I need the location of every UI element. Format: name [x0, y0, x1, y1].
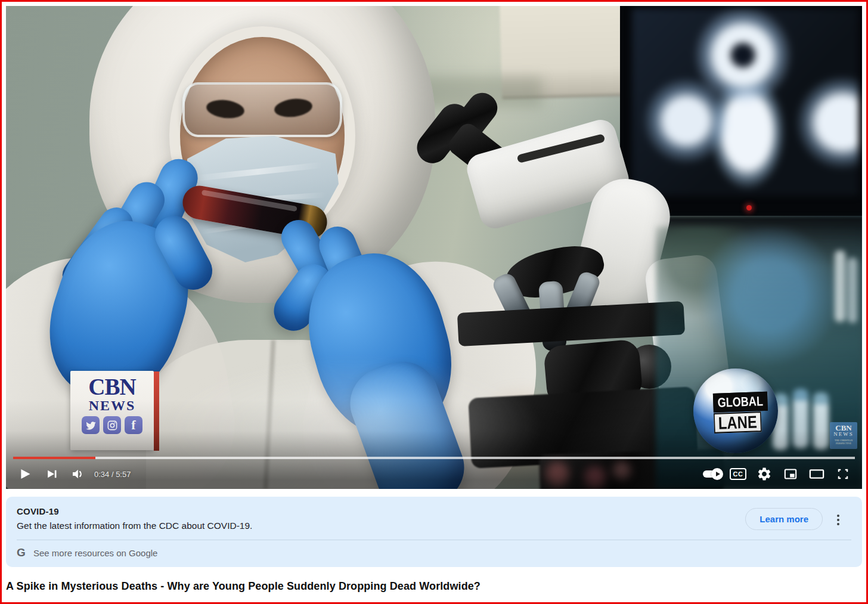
left-eye — [205, 98, 245, 120]
panel-description: Get the latest information from the CDC … — [17, 521, 851, 531]
captions-button[interactable]: CC — [725, 461, 751, 487]
theater-mode-button[interactable] — [804, 461, 830, 487]
autoplay-pill — [703, 470, 721, 478]
volume-icon — [69, 465, 86, 483]
next-button[interactable] — [38, 461, 64, 487]
theater-mode-icon — [807, 464, 826, 484]
cc-icon: CC — [730, 468, 747, 480]
settings-button[interactable] — [751, 461, 777, 487]
cbn-logo-text: CBN — [88, 376, 135, 398]
panel-heading: COVID-19 — [17, 506, 851, 516]
kebab-menu-icon[interactable] — [832, 513, 845, 527]
play-icon — [15, 464, 35, 484]
autoplay-knob — [711, 468, 723, 480]
progress-bar[interactable] — [13, 457, 855, 459]
power-led — [746, 205, 752, 210]
goggles — [182, 82, 342, 137]
right-eye — [273, 97, 313, 119]
volume-button[interactable] — [64, 461, 91, 487]
google-resources-link[interactable]: G See more resources on Google — [17, 540, 851, 565]
learn-more-button[interactable]: Learn more — [745, 508, 823, 530]
miniplayer-button[interactable] — [777, 461, 804, 487]
fullscreen-icon — [834, 465, 852, 483]
gear-icon — [757, 466, 772, 482]
progress-played — [13, 457, 95, 459]
time-display: 0:34 / 5:57 — [94, 470, 131, 479]
controls-left: 0:34 / 5:57 — [12, 461, 131, 487]
controls-right: CC — [699, 461, 856, 487]
resources-link-text: See more resources on Google — [33, 548, 157, 558]
google-g-icon: G — [17, 546, 33, 559]
next-icon — [42, 465, 60, 483]
player-controls: 0:34 / 5:57 CC — [12, 460, 856, 488]
miniplayer-icon — [782, 465, 799, 483]
covid-info-panel: COVID-19 Get the latest information from… — [6, 497, 862, 567]
fullscreen-button[interactable] — [830, 461, 856, 487]
monitor — [620, 6, 862, 216]
play-button[interactable] — [12, 461, 38, 487]
monitor-screen — [632, 8, 858, 196]
autoplay-toggle[interactable] — [699, 461, 725, 487]
video-title: A Spike in Mysterious Deaths - Why are Y… — [6, 580, 862, 593]
page-frame: CBN NEWS f GLOBAL LANE — [2, 2, 866, 597]
video-player-surface[interactable]: CBN NEWS f GLOBAL LANE — [6, 6, 862, 489]
